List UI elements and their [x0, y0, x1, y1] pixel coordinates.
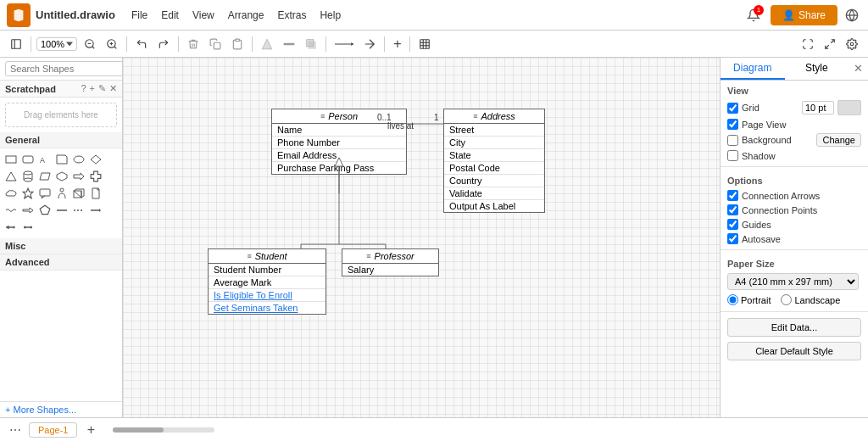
sidebar-toggle[interactable] [7, 36, 25, 52]
shape-hexagon[interactable] [54, 169, 70, 184]
background-checkbox-label[interactable]: Background [727, 135, 792, 146]
scratchpad-help[interactable]: ? [81, 83, 86, 94]
clear-default-style-button[interactable]: Clear Default Style [727, 342, 861, 360]
shape-tapered-arrow[interactable] [20, 203, 36, 218]
more-shapes-button[interactable]: + More Shapes... [5, 405, 117, 415]
scratchpad-add[interactable]: + [90, 83, 95, 94]
edit-data-button[interactable]: Edit Data... [727, 318, 861, 337]
shape-3d-box[interactable] [71, 186, 86, 201]
shape-diamond[interactable] [88, 152, 103, 167]
copy-button[interactable] [206, 36, 225, 52]
shape-arrow1[interactable] [88, 203, 103, 218]
add-page-button[interactable]: + [82, 421, 99, 438]
page-tab[interactable]: Page-1 [29, 422, 77, 438]
table-button[interactable] [415, 36, 434, 52]
background-checkbox[interactable] [727, 135, 738, 146]
page-view-checkbox[interactable] [727, 119, 738, 130]
shape-rect-rounded[interactable] [20, 152, 36, 167]
scratchpad-edit[interactable]: ✎ [98, 83, 106, 94]
shadow-checkbox-label[interactable]: Shadow [727, 150, 776, 161]
shape-ellipse[interactable] [71, 152, 86, 167]
delete-button[interactable] [184, 36, 203, 52]
line-color-button[interactable] [280, 36, 298, 52]
autosave-checkbox[interactable] [727, 233, 738, 244]
landscape-radio[interactable] [781, 294, 792, 305]
shape-pentagon[interactable] [37, 203, 53, 218]
shadow-checkbox[interactable] [727, 150, 738, 161]
undo-button[interactable] [132, 36, 151, 52]
tab-diagram[interactable]: Diagram [721, 58, 785, 80]
shape-note[interactable] [54, 152, 70, 167]
redo-button[interactable] [154, 36, 173, 52]
shape-line2[interactable] [71, 203, 86, 218]
entity-student[interactable]: ≡ Student Student Number Average Mark Is… [208, 248, 326, 315]
connection-arrows-label[interactable]: Connection Arrows [727, 190, 820, 201]
shape-arrow-r[interactable] [71, 169, 86, 184]
shape-person[interactable] [54, 186, 70, 201]
insert-button[interactable]: + [390, 35, 404, 53]
page-view-checkbox-label[interactable]: Page View [727, 119, 786, 130]
menu-help[interactable]: Help [314, 8, 347, 23]
entity-address[interactable]: ≡ Address Street City State Postal Code … [443, 109, 545, 213]
connection-arrows-checkbox[interactable] [727, 190, 738, 201]
entity-row-link[interactable]: Is Eligible To Enroll [209, 289, 326, 302]
shape-callout[interactable] [37, 186, 53, 201]
shape-cloud[interactable] [3, 186, 19, 201]
entity-person[interactable]: ≡ Person Name Phone Number Email Address… [271, 109, 407, 175]
shape-star[interactable] [20, 186, 36, 201]
globe-icon[interactable] [843, 6, 861, 25]
shape-cross[interactable] [88, 169, 103, 184]
portrait-label[interactable]: Portrait [727, 294, 771, 305]
landscape-label[interactable]: Landscape [781, 294, 840, 305]
connection-points-label[interactable]: Connection Points [727, 204, 817, 215]
shape-doc[interactable] [88, 186, 103, 201]
menu-arrange[interactable]: Arrange [222, 8, 270, 23]
tab-style[interactable]: Style [785, 58, 849, 80]
canvas[interactable]: ≡ Person Name Phone Number Email Address… [123, 58, 720, 417]
shadow-button[interactable] [302, 36, 320, 52]
notification-button[interactable]: 1 [742, 3, 765, 27]
paper-size-select[interactable]: A4 (210 mm x 297 mm) [727, 273, 859, 290]
entity-professor[interactable]: ≡ Professor Salary [342, 248, 439, 276]
entity-row-link[interactable]: Get Seminars Taken [209, 302, 326, 314]
page-menu-button[interactable]: ⋯ [7, 421, 24, 438]
menu-file[interactable]: File [125, 8, 153, 23]
portrait-radio[interactable] [727, 294, 738, 305]
section-misc[interactable]: Misc [0, 238, 122, 254]
fit-button[interactable] [821, 36, 839, 52]
close-panel-button[interactable]: ✕ [849, 58, 868, 80]
guides-checkbox[interactable] [727, 219, 738, 230]
menu-view[interactable]: View [186, 8, 220, 23]
shape-cylinder[interactable] [20, 169, 36, 184]
shape-bidirectional[interactable] [20, 220, 36, 235]
shape-line1[interactable] [54, 203, 70, 218]
grid-color-swatch[interactable] [837, 100, 861, 115]
zoom-out-button[interactable] [81, 36, 99, 52]
paste-button[interactable] [228, 36, 247, 52]
shape-triangle[interactable] [3, 169, 19, 184]
scrollbar-thumb[interactable] [113, 427, 164, 433]
section-advanced[interactable]: Advanced [0, 254, 122, 271]
shape-text[interactable]: A [37, 152, 53, 167]
menu-extras[interactable]: Extras [271, 8, 312, 23]
settings-button[interactable] [843, 36, 861, 52]
shape-arrow2[interactable] [3, 220, 19, 235]
zoom-control[interactable]: 100% [36, 37, 77, 51]
section-general[interactable]: General [0, 132, 122, 148]
horizontal-scrollbar[interactable] [113, 427, 214, 433]
guides-checkbox-label[interactable]: Guides [727, 219, 771, 230]
shape-wave[interactable] [3, 203, 19, 218]
waypoint-button[interactable] [360, 36, 379, 52]
grid-value-input[interactable] [802, 101, 834, 114]
connection-points-checkbox[interactable] [727, 204, 738, 215]
autosave-checkbox-label[interactable]: Autosave [727, 233, 781, 244]
grid-checkbox[interactable] [727, 103, 738, 114]
zoom-in-button[interactable] [103, 36, 121, 52]
change-background-button[interactable]: Change [816, 133, 861, 147]
fullscreen-button[interactable] [798, 36, 817, 52]
shape-parallelogram[interactable] [37, 169, 53, 184]
menu-edit[interactable]: Edit [155, 8, 185, 23]
connection-style-button[interactable] [331, 36, 357, 52]
shape-rect[interactable] [3, 152, 19, 167]
grid-checkbox-label[interactable]: Grid [727, 103, 760, 114]
